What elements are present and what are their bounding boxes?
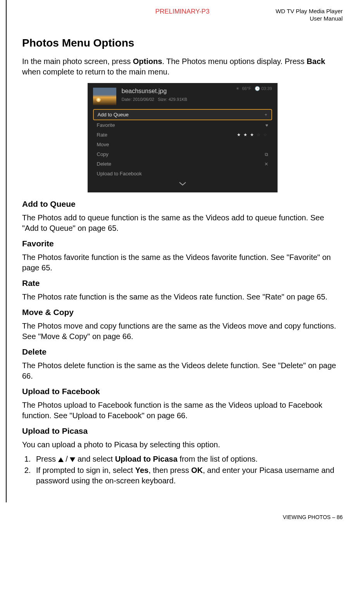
menu-label: Favorite	[97, 122, 115, 128]
heading-upload-picasa: Upload to Picasa	[22, 426, 343, 436]
menu-item-favorite[interactable]: Favorite ♥	[93, 120, 272, 130]
options-key: Options	[133, 57, 162, 66]
step1-text-d: from the list of options.	[178, 455, 258, 463]
options-menu-list: Add to Queue + Favorite ♥ Rate ★ ★ ★ ☆ ☆…	[88, 109, 278, 178]
heart-icon: ♥	[265, 123, 268, 128]
chevron-down-icon	[88, 178, 278, 187]
heading-rate: Rate	[22, 279, 343, 288]
heading-add-to-queue: Add to Queue	[22, 199, 343, 209]
menu-item-add-to-queue[interactable]: Add to Queue +	[93, 109, 272, 120]
text-delete: The Photos delete function is the same a…	[22, 360, 343, 381]
menu-label: Rate	[97, 132, 107, 138]
size-value: 429.91KB	[169, 97, 187, 102]
menu-item-delete[interactable]: Delete ✕	[93, 159, 272, 169]
intro-text-3: when complete to return to the main menu…	[22, 68, 169, 76]
temp-value: 66°F	[242, 86, 251, 91]
step-1: Press / and select Upload to Picasa from…	[33, 454, 343, 464]
step2-text-b: , then press	[148, 466, 191, 474]
doc-type: User Manual	[276, 15, 343, 23]
text-upload-facebook: The Photos upload to Facebook function i…	[22, 400, 343, 421]
star-rating: ★ ★ ★ ☆ ☆	[237, 132, 268, 137]
text-rate: The Photos rate function is the same as …	[22, 292, 343, 302]
weather-icon: ☀	[236, 86, 240, 91]
date-value: 2010/06/02	[133, 97, 154, 102]
heading-delete: Delete	[22, 347, 343, 357]
heading-upload-facebook: Upload to Facebook	[22, 387, 343, 396]
close-icon: ✕	[264, 161, 268, 167]
step2-yes: Yes	[135, 466, 148, 474]
plus-icon: +	[264, 112, 267, 118]
menu-item-move[interactable]: Move	[93, 140, 272, 149]
down-arrow-icon	[70, 457, 75, 462]
intro-paragraph: In the main photo screen, press Options.…	[22, 56, 343, 77]
back-key: Back	[307, 57, 325, 66]
menu-label: Move	[97, 142, 109, 147]
copy-icon: ⧉	[265, 152, 268, 157]
up-arrow-icon	[58, 457, 64, 462]
time-value: 03:39	[261, 86, 272, 91]
section-title: Photos Menu Options	[22, 37, 343, 49]
intro-text-1: In the main photo screen, press	[22, 57, 133, 66]
text-favorite: The Photos favorite function is the same…	[22, 252, 343, 273]
intro-text-2: . The Photos menu options display. Press	[162, 57, 307, 66]
step1-bold: Upload to Picasa	[115, 455, 178, 463]
step1-text-a: Press	[36, 455, 58, 463]
page-footer: VIEWING PHOTOS – 86	[0, 502, 364, 524]
menu-label: Add to Queue	[98, 112, 129, 118]
text-move-copy: The Photos move and copy functions are t…	[22, 321, 343, 342]
step-2: If prompted to sign in, select Yes, then…	[33, 465, 343, 486]
step2-ok: OK	[191, 466, 203, 474]
options-menu-screenshot: ☀ 66°F 🕒 03:39 beachsunset.jpg Date: 201…	[88, 83, 278, 192]
step1-text-c: and select	[75, 455, 115, 463]
menu-item-copy[interactable]: Copy ⧉	[93, 149, 272, 159]
text-upload-picasa: You can upload a photo to Picasa by sele…	[22, 440, 343, 450]
menu-item-rate[interactable]: Rate ★ ★ ★ ☆ ☆	[93, 130, 272, 140]
status-bar: ☀ 66°F 🕒 03:39	[236, 86, 272, 91]
file-metadata: Date: 2010/06/02 Size: 429.91KB	[122, 97, 272, 102]
step2-text-a: If prompted to sign in, select	[36, 466, 135, 474]
menu-label: Delete	[97, 161, 112, 167]
date-label: Date:	[122, 97, 132, 102]
step1-text-b: /	[64, 455, 70, 463]
menu-item-upload-facebook[interactable]: Upload to Facebook	[93, 169, 272, 178]
picasa-steps: Press / and select Upload to Picasa from…	[22, 454, 343, 486]
clock-icon: 🕒	[255, 86, 260, 91]
text-add-to-queue: The Photos add to queue function is the …	[22, 213, 343, 234]
heading-favorite: Favorite	[22, 239, 343, 248]
manual-header: WD TV Play Media Player User Manual	[276, 8, 343, 23]
size-label: Size:	[158, 97, 167, 102]
photo-thumbnail	[93, 88, 116, 105]
product-name: WD TV Play Media Player	[276, 8, 343, 15]
menu-label: Upload to Facebook	[97, 171, 142, 177]
heading-move-copy: Move & Copy	[22, 308, 343, 317]
menu-label: Copy	[97, 151, 109, 157]
